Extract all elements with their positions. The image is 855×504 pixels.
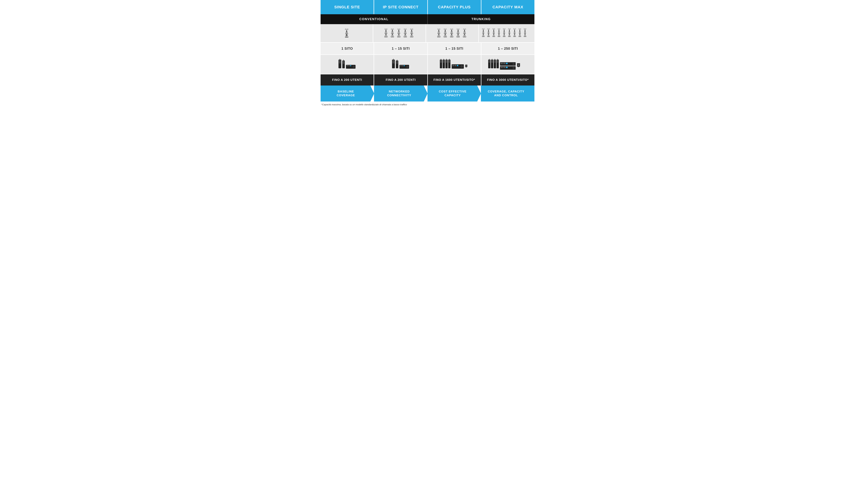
svg-text:((ω)): ((ω)): [482, 28, 485, 30]
svg-rect-169: [349, 65, 350, 66]
arrow-coverage-capacity-control: COVERAGE, CAPACITY AND CONTROL: [481, 86, 534, 102]
antenna-group-cap-plus: ((ω)) ((ω)): [435, 28, 469, 38]
users-cell-single-site: FINO A 200 UTENTI: [321, 74, 374, 86]
category-conventional: CONVENTIONAL: [321, 14, 428, 24]
sites-label-ip-site-connect: 1 – 15 SITI: [392, 47, 410, 51]
svg-text:((ω)): ((ω)): [493, 28, 495, 30]
device-group-single: [338, 59, 357, 70]
svg-rect-162: [339, 60, 341, 64]
device-group-ip: [391, 59, 410, 70]
users-cell-capacity-max: FINO A 3000 UTENTI/SITO*: [481, 74, 534, 86]
svg-rect-214: [501, 63, 503, 64]
svg-line-47: [410, 30, 412, 34]
svg-line-94: [483, 34, 484, 37]
svg-text:((ω)): ((ω)): [450, 28, 453, 30]
antenna-icons-ip: ((ω)) ((ω)): [382, 28, 417, 38]
svg-line-15: [385, 30, 386, 34]
antenna-icon-1: ((ω)): [343, 29, 350, 38]
svg-line-64: [445, 30, 446, 34]
svg-line-54: [439, 34, 440, 37]
svg-line-70: [452, 34, 453, 37]
svg-line-16: [386, 30, 387, 34]
svg-line-37: [404, 34, 405, 37]
device-icon-ip: [391, 59, 410, 70]
svg-line-48: [412, 30, 413, 34]
svg-rect-181: [404, 65, 405, 66]
svg-text:((ω)): ((ω)): [508, 28, 511, 30]
antenna-icons-cap-max: ((ω)) ((ω)): [481, 28, 533, 38]
svg-rect-215: [503, 63, 505, 64]
sites-cell-ip-site-connect: 1 – 15 SITI: [374, 43, 428, 54]
devices-cell-capacity-plus: ✓: [428, 55, 481, 74]
svg-text:((ω)): ((ω)): [457, 28, 460, 30]
svg-rect-211: [497, 60, 498, 63]
svg-line-158: [525, 34, 526, 37]
devices-row: ✓: [321, 55, 534, 74]
svg-text:((ω)): ((ω)): [404, 28, 407, 30]
device-icon-single: [338, 59, 357, 70]
svg-text:((ω)): ((ω)): [437, 28, 440, 30]
svg-line-133: [508, 34, 510, 37]
devices-cell-ip-site-connect: [374, 55, 428, 74]
svg-text:((ω)): ((ω)): [463, 28, 466, 30]
antenna-cell-ip-site-connect: ((ω)) ((ω)): [373, 24, 426, 42]
svg-text:((ω)): ((ω)): [513, 28, 516, 30]
svg-rect-196: [452, 65, 454, 66]
svg-line-46: [412, 34, 413, 37]
arrow-baseline-coverage: BASELINE COVERAGE: [321, 86, 374, 102]
svg-rect-187: [443, 60, 445, 63]
svg-line-30: [399, 34, 400, 37]
header-ip-site-connect: IP SITE CONNECT: [374, 0, 428, 14]
header-capacity-plus: CAPACITY PLUS: [428, 0, 481, 14]
antenna-group-single: ((ω)): [343, 29, 350, 38]
category-row: CONVENTIONAL TRUNKING: [321, 14, 534, 24]
svg-line-29: [397, 34, 399, 37]
svg-line-141: [513, 34, 515, 37]
users-label-single-site: FINO A 200 UTENTI: [332, 78, 362, 82]
svg-line-79: [457, 30, 458, 34]
header-single-site-label: SINGLE SITE: [334, 5, 360, 9]
svg-line-142: [515, 34, 516, 37]
svg-line-86: [465, 34, 466, 37]
antenna-cell-single-site: ((ω)): [321, 24, 373, 42]
header-capacity-plus-label: CAPACITY PLUS: [438, 5, 470, 9]
arrow-networked-connectivity: NETWORKED CONNECTIVITY: [374, 86, 427, 102]
svg-line-118: [499, 34, 500, 37]
svg-line-69: [450, 34, 452, 37]
svg-rect-190: [446, 60, 447, 63]
devices-cell-capacity-max: ✓: [481, 55, 534, 74]
users-cell-capacity-plus: FINO A 1600 UTENTI/SITO*: [428, 74, 481, 86]
svg-line-24: [392, 30, 394, 34]
arrow-cost-effective-capacity: COST EFFECTIVE CAPACITY: [427, 86, 481, 102]
device-icon-cap-max: ✓: [488, 59, 528, 70]
svg-line-157: [524, 34, 525, 37]
svg-line-22: [392, 34, 394, 37]
svg-line-150: [520, 34, 521, 37]
svg-line-14: [386, 34, 388, 37]
antenna-icons-cap-plus: ((ω)) ((ω)): [435, 28, 469, 38]
devices-cell-single-site: [321, 55, 374, 74]
svg-line-102: [488, 34, 490, 37]
svg-point-171: [353, 66, 355, 68]
svg-text:((ω)): ((ω)): [503, 28, 505, 30]
sites-label-single-site: 1 SITO: [341, 47, 353, 51]
sites-label-capacity-plus: 1 – 15 SITI: [445, 47, 463, 51]
svg-point-182: [407, 66, 408, 68]
device-icon-cap-plus: ✓: [440, 59, 469, 70]
svg-line-78: [458, 34, 460, 37]
sites-cell-capacity-plus: 1 – 15 SITI: [428, 43, 481, 54]
svg-text:((ω)): ((ω)): [487, 28, 490, 30]
antenna-group-cap-max: ((ω)) ((ω)): [481, 28, 533, 38]
header-row: SINGLE SITE IP SITE CONNECT CAPACITY PLU…: [321, 0, 534, 14]
svg-line-23: [391, 30, 392, 34]
arrow-row: BASELINE COVERAGE NETWORKED CONNECTIVITY…: [321, 86, 534, 102]
antennas-row: ((ω)) ((ω)): [321, 24, 534, 43]
svg-rect-205: [491, 60, 493, 63]
svg-line-62: [445, 34, 447, 37]
svg-rect-220: [503, 67, 505, 68]
svg-line-61: [444, 34, 445, 37]
svg-point-199: [461, 65, 463, 68]
arrow-coverage-capacity-control-label: COVERAGE, CAPACITY AND CONTROL: [488, 90, 524, 97]
svg-point-217: [513, 63, 514, 65]
antenna-cell-capacity-max: ((ω)) ((ω)): [479, 24, 534, 42]
